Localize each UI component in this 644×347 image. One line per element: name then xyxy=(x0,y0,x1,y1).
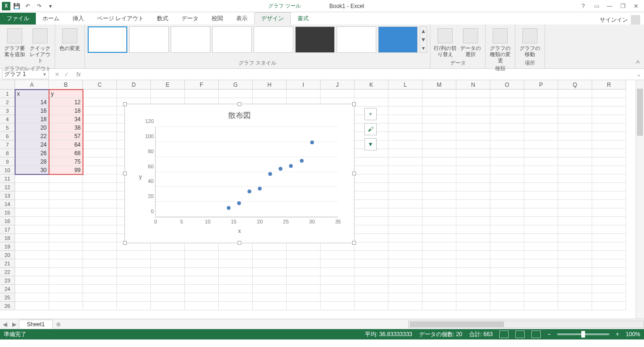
worksheet-grid[interactable]: ABCDEFGHIJKLMNOPQR 123456789101112131415… xyxy=(0,80,644,319)
cell[interactable] xyxy=(422,107,456,115)
cell[interactable] xyxy=(490,200,524,208)
cell[interactable] xyxy=(456,217,490,225)
cell[interactable] xyxy=(456,90,490,98)
cell[interactable] xyxy=(456,166,490,174)
cell[interactable] xyxy=(456,293,490,302)
row-header[interactable]: 26 xyxy=(0,302,15,310)
gallery-more-button[interactable]: ▲▼▾ xyxy=(420,26,427,53)
cell[interactable] xyxy=(592,140,626,149)
plot-area[interactable]: 02040608010012005101520253035 xyxy=(155,127,338,217)
cell[interactable] xyxy=(151,276,185,285)
cell[interactable] xyxy=(592,166,626,174)
redo-button[interactable]: ↷ xyxy=(34,1,44,11)
cell[interactable] xyxy=(83,98,117,107)
cell[interactable] xyxy=(456,285,490,293)
cell[interactable] xyxy=(355,293,388,302)
cell[interactable] xyxy=(592,149,626,157)
cell[interactable] xyxy=(219,302,253,310)
column-header[interactable]: A xyxy=(15,80,49,90)
restore-button[interactable]: ❐ xyxy=(617,1,629,11)
chart-title[interactable]: 散布図 xyxy=(132,111,347,121)
chart-elements-button[interactable]: + xyxy=(364,108,377,120)
cell[interactable] xyxy=(355,302,388,310)
cell[interactable] xyxy=(592,174,626,183)
cell[interactable] xyxy=(558,166,592,174)
cell[interactable] xyxy=(83,149,117,157)
cell[interactable] xyxy=(185,259,219,268)
cell[interactable] xyxy=(592,293,626,302)
cell[interactable] xyxy=(490,115,524,124)
row-header[interactable]: 17 xyxy=(0,225,15,234)
change-chart-type-button[interactable]: グラフの種類の変更 xyxy=(488,26,512,64)
cell[interactable] xyxy=(388,98,422,107)
cell[interactable] xyxy=(83,302,117,310)
cell[interactable] xyxy=(83,225,117,234)
cell[interactable] xyxy=(287,259,321,268)
cell[interactable] xyxy=(524,225,558,234)
cell[interactable] xyxy=(355,98,388,107)
cell[interactable]: 34 xyxy=(49,115,83,124)
cell[interactable] xyxy=(592,107,626,115)
cell[interactable] xyxy=(456,259,490,268)
cell[interactable] xyxy=(388,276,422,285)
cell[interactable]: 18 xyxy=(49,107,83,115)
row-header[interactable]: 13 xyxy=(0,191,15,200)
cell[interactable] xyxy=(388,157,422,166)
row-header[interactable]: 22 xyxy=(0,268,15,276)
cell[interactable] xyxy=(558,174,592,183)
cell[interactable] xyxy=(456,302,490,310)
cell[interactable] xyxy=(253,259,287,268)
cell[interactable] xyxy=(490,234,524,242)
cell[interactable] xyxy=(456,115,490,124)
cell[interactable] xyxy=(422,90,456,98)
cell[interactable] xyxy=(49,183,83,191)
cell[interactable] xyxy=(388,174,422,183)
cell[interactable] xyxy=(355,208,388,217)
cell[interactable] xyxy=(83,191,117,200)
cell[interactable] xyxy=(490,225,524,234)
cell[interactable] xyxy=(15,293,49,302)
cell[interactable] xyxy=(490,259,524,268)
cell[interactable] xyxy=(422,200,456,208)
cell[interactable] xyxy=(592,183,626,191)
cell[interactable] xyxy=(558,242,592,251)
page-break-view-button[interactable] xyxy=(531,330,541,338)
cell[interactable] xyxy=(253,276,287,285)
cell[interactable]: y xyxy=(49,90,83,98)
sheet-nav-next[interactable]: ▶ xyxy=(9,321,19,328)
sheet-tab[interactable]: Sheet1 xyxy=(19,320,53,329)
tab-home[interactable]: ホーム xyxy=(36,13,66,25)
change-colors-button[interactable]: 色の変更 xyxy=(58,26,82,51)
cell[interactable] xyxy=(456,242,490,251)
row-header[interactable]: 14 xyxy=(0,200,15,208)
data-point[interactable] xyxy=(300,159,304,163)
cell[interactable] xyxy=(524,124,558,132)
cell[interactable]: 75 xyxy=(49,157,83,166)
cell[interactable] xyxy=(558,157,592,166)
cell[interactable] xyxy=(253,285,287,293)
cell[interactable] xyxy=(83,285,117,293)
cell[interactable] xyxy=(456,268,490,276)
cell[interactable] xyxy=(592,285,626,293)
chart-style-7[interactable] xyxy=(337,26,376,53)
cell[interactable] xyxy=(524,90,558,98)
cell[interactable] xyxy=(15,242,49,251)
cell[interactable] xyxy=(49,276,83,285)
sheet-nav-prev[interactable]: ◀ xyxy=(0,321,9,328)
cell[interactable] xyxy=(592,217,626,225)
cell[interactable] xyxy=(287,90,321,98)
cell[interactable] xyxy=(388,183,422,191)
row-header[interactable]: 7 xyxy=(0,140,15,149)
cell[interactable] xyxy=(524,115,558,124)
cell[interactable] xyxy=(321,268,355,276)
cell[interactable] xyxy=(524,302,558,310)
cell[interactable] xyxy=(422,183,456,191)
cell[interactable] xyxy=(558,268,592,276)
zoom-slider[interactable] xyxy=(557,333,609,335)
cell[interactable] xyxy=(592,276,626,285)
cell[interactable]: 68 xyxy=(49,149,83,157)
cell[interactable] xyxy=(117,276,151,285)
cell[interactable] xyxy=(49,217,83,225)
cell[interactable] xyxy=(253,251,287,259)
cell[interactable]: 30 xyxy=(15,166,49,174)
